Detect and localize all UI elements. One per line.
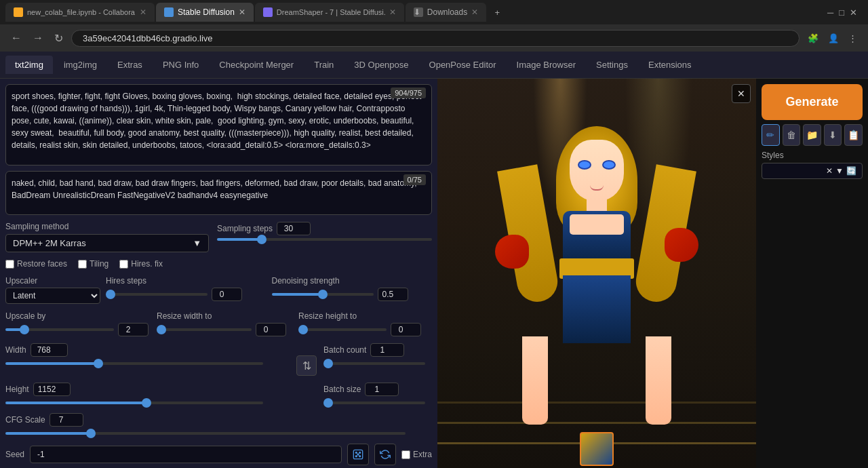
cfg-slider[interactable] [5, 432, 406, 435]
nav-tab-train[interactable]: Train [304, 56, 343, 74]
close-window-button[interactable]: ✕ [850, 7, 857, 18]
styles-label: Styles [762, 151, 784, 160]
upscaler-select[interactable]: Latent None [5, 288, 100, 304]
dice-icon [353, 449, 363, 460]
download-icon-btn[interactable]: ⬇ [824, 124, 842, 146]
batch-size-slider[interactable] [323, 402, 425, 404]
height-slider[interactable] [5, 402, 263, 404]
width-group: Width [5, 343, 290, 367]
resize-width-input[interactable] [256, 323, 286, 336]
checkboxes-row: Restore faces Tiling Hires. fix [5, 256, 432, 271]
menu-icon[interactable]: ⋮ [846, 31, 860, 46]
forward-button[interactable]: → [30, 29, 46, 47]
browser-chrome: new_colab_file.ipynb - Collabora... ✕ St… [0, 0, 868, 52]
extensions-icon[interactable]: 🧩 [805, 31, 821, 46]
nav-tab-img2img[interactable]: img2img [54, 56, 106, 74]
extra-checkbox[interactable] [401, 450, 410, 459]
extra-checkbox-label[interactable]: Extra [401, 450, 432, 459]
edit-icon-btn[interactable]: ✏ [762, 124, 780, 146]
batch-count-label: Batch count [323, 345, 366, 355]
tab-collabora[interactable]: new_colab_file.ipynb - Collabora... ✕ [5, 3, 155, 22]
seed-recycle-button[interactable] [374, 444, 396, 465]
styles-refresh[interactable]: 🔄 [846, 166, 856, 176]
maximize-button[interactable]: □ [839, 7, 844, 18]
reload-button[interactable]: ↻ [52, 29, 66, 47]
svg-point-1 [355, 452, 357, 453]
nav-tab-checkpoint[interactable]: Checkpoint Merger [210, 56, 303, 74]
swap-dimensions-button[interactable]: ⇅ [296, 355, 317, 376]
seed-label: Seed [5, 450, 24, 459]
styles-section: Styles ✕ ▼ 🔄 [762, 150, 863, 179]
tab-close-downloads[interactable]: ✕ [471, 7, 478, 17]
hires-fix-checkbox-label[interactable]: Hires. fix [119, 259, 163, 269]
height-input[interactable] [33, 383, 71, 396]
negative-prompt-input[interactable]: naked, child, bad hand, bad draw, bad dr… [6, 172, 431, 209]
generate-button[interactable]: Generate [762, 84, 863, 120]
cfg-label: CFG Scale [5, 415, 45, 425]
styles-dropdown[interactable]: ▼ [835, 166, 844, 176]
image-display-area: ✕ [437, 79, 756, 468]
tiling-checkbox-label[interactable]: Tiling [78, 259, 108, 269]
tab-close-collabora[interactable]: ✕ [140, 7, 146, 17]
sampling-method-dropdown[interactable]: DPM++ 2M Karras ▼ [5, 234, 209, 252]
seed-input[interactable] [30, 446, 342, 463]
nav-tab-pnginfo[interactable]: PNG Info [153, 56, 208, 74]
profile-icon[interactable]: 👤 [825, 31, 842, 46]
batch-count-slider[interactable] [323, 362, 425, 365]
nav-tab-settings[interactable]: Settings [587, 56, 637, 74]
positive-prompt-input[interactable]: sport shoes, fighter, fight, fight Glove… [6, 85, 431, 153]
width-input[interactable] [31, 343, 68, 357]
resize-height-label: Resize height to [298, 311, 357, 321]
width-slider[interactable] [5, 362, 263, 365]
nav-tab-imagebrowser[interactable]: Image Browser [507, 56, 585, 74]
image-overlay-controls: ✕ [732, 84, 751, 103]
batch-size-input[interactable] [365, 383, 399, 396]
sampling-steps-group: Sampling steps [217, 222, 432, 241]
denoising-input[interactable] [378, 288, 408, 301]
sampling-steps-slider[interactable] [217, 238, 432, 241]
thumbnail-1[interactable] [580, 432, 614, 466]
sampling-steps-input[interactable] [277, 222, 311, 235]
nav-tab-openpose[interactable]: OpenPose Editor [420, 56, 506, 74]
positive-prompt-area: sport shoes, fighter, fight, fight Glove… [5, 84, 432, 165]
tab-close-dreamshaper[interactable]: ✕ [389, 7, 396, 17]
seed-dice-button[interactable] [347, 444, 369, 465]
tab-stable-diffusion[interactable]: Stable Diffusion ✕ [156, 3, 254, 22]
resize-height-input[interactable] [391, 323, 421, 336]
nav-tab-extensions[interactable]: Extensions [639, 56, 701, 74]
nav-tab-txt2img[interactable]: txt2img [5, 56, 53, 74]
right-sidebar: Generate ✏ 🗑 📁 ⬇ 📋 Styles ✕ ▼ � [756, 79, 868, 468]
url-bar[interactable]: 3a59ec42041dbb46cb.gradio.live [71, 30, 800, 47]
clipboard-icon-btn[interactable]: 📋 [844, 124, 863, 146]
tab-close-sd[interactable]: ✕ [239, 7, 245, 17]
minimize-button[interactable]: ─ [827, 7, 833, 18]
cfg-input[interactable] [50, 413, 83, 427]
upscale-by-slider[interactable] [5, 328, 114, 331]
hires-steps-input[interactable] [212, 288, 242, 301]
svg-point-4 [359, 452, 361, 453]
image-container [437, 79, 756, 468]
trash-icon-btn[interactable]: 🗑 [783, 124, 801, 146]
new-tab-button[interactable]: + [488, 3, 507, 22]
denoising-slider[interactable] [272, 293, 374, 296]
batch-count-input[interactable] [370, 343, 404, 357]
nav-tab-3dopenpose[interactable]: 3D Openpose [344, 56, 418, 74]
tab-dreamshaper[interactable]: DreamShaper - 7 | Stable Diffusi... ✕ [255, 3, 404, 22]
styles-clear[interactable]: ✕ [826, 166, 833, 176]
mouth [590, 185, 604, 191]
folder-icon-btn[interactable]: 📁 [803, 124, 821, 146]
tab-downloads[interactable]: ⬇ Downloads ✕ [406, 3, 486, 22]
restore-faces-checkbox-label[interactable]: Restore faces [5, 259, 67, 269]
restore-faces-checkbox[interactable] [5, 260, 14, 269]
resize-width-slider[interactable] [157, 328, 252, 331]
close-image-button[interactable]: ✕ [732, 84, 751, 103]
resize-height-slider[interactable] [298, 328, 387, 331]
styles-input-container[interactable]: ✕ ▼ 🔄 [762, 163, 863, 179]
back-button[interactable]: ← [8, 29, 24, 47]
hires-steps-slider[interactable] [106, 293, 208, 296]
hires-fix-checkbox[interactable] [119, 260, 128, 269]
nav-tab-extras[interactable]: Extras [108, 56, 152, 74]
upscale-by-input[interactable] [118, 323, 149, 336]
thumbnail-strip [437, 432, 756, 466]
tiling-checkbox[interactable] [78, 260, 87, 269]
